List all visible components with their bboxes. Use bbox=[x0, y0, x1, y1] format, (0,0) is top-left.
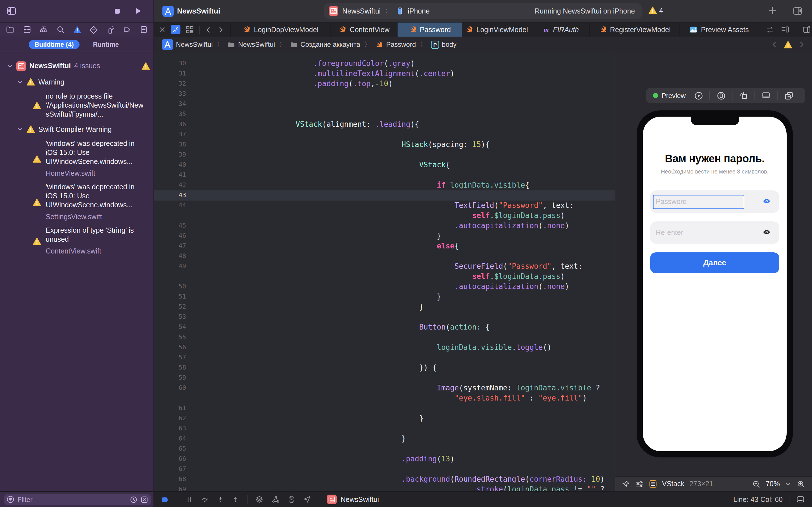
toggle-debug-area-icon[interactable] bbox=[796, 495, 805, 504]
related-items-icon[interactable] bbox=[765, 25, 775, 34]
line-number[interactable]: 67 bbox=[154, 464, 186, 474]
line-number[interactable]: 54 bbox=[154, 322, 186, 332]
issue-row[interactable]: 'windows' was deprecated in iOS 15.0: Us… bbox=[0, 139, 150, 178]
running-app[interactable]: NewsSwiftui bbox=[327, 495, 379, 504]
code-text[interactable]: }) { bbox=[199, 363, 437, 373]
recent-filter-icon[interactable] bbox=[130, 496, 138, 503]
line-number[interactable]: 60 bbox=[154, 383, 186, 393]
line-number[interactable]: 43 bbox=[154, 190, 186, 201]
zoom-level[interactable]: 70% bbox=[766, 480, 780, 488]
code-text[interactable]: HStack(spacing: 15){ bbox=[199, 140, 490, 150]
code-text[interactable]: .autocapitalization(.none) bbox=[199, 282, 569, 292]
step-over-icon[interactable] bbox=[200, 496, 209, 503]
code-text[interactable]: Image(systemName: loginData.visible ? bbox=[199, 383, 600, 393]
toggle-password-visibility-icon[interactable] bbox=[761, 198, 772, 205]
issue-row[interactable]: 'windows' was deprecated in iOS 15.0: Us… bbox=[0, 182, 150, 221]
line-number[interactable]: 56 bbox=[154, 342, 186, 353]
reenter-field[interactable]: Re-enter bbox=[650, 221, 779, 244]
issue-row[interactable]: Expression of type 'String' is unusedCon… bbox=[0, 226, 150, 256]
line-number[interactable]: 40 bbox=[154, 160, 186, 170]
code-text[interactable]: self.$loginData.pass) bbox=[199, 211, 565, 221]
code-text[interactable]: TextField("Password", text: bbox=[199, 201, 574, 211]
toggle-reenter-visibility-icon[interactable] bbox=[761, 229, 772, 236]
issue-row[interactable]: no rule to process file '/Applications/N… bbox=[0, 92, 150, 119]
stop-button[interactable] bbox=[113, 7, 121, 15]
navigator-reports-icon[interactable] bbox=[140, 25, 148, 34]
reenter-input[interactable]: Re-enter bbox=[656, 229, 683, 237]
line-number[interactable]: 37 bbox=[154, 129, 186, 140]
filter-field[interactable]: Filter bbox=[4, 494, 151, 505]
navigator-issues-icon[interactable] bbox=[72, 25, 82, 34]
line-number[interactable]: 51 bbox=[154, 292, 186, 302]
line-number[interactable]: 68 bbox=[154, 474, 186, 485]
code-text[interactable]: loginData.visible.toggle() bbox=[199, 342, 552, 353]
navigator-debug-icon[interactable] bbox=[106, 25, 115, 34]
breadcrumb-item[interactable]: Создание аккаунта bbox=[290, 41, 360, 48]
scope-runtime[interactable]: Runtime bbox=[87, 40, 124, 49]
code-text[interactable]: } bbox=[199, 413, 423, 424]
line-number[interactable]: 30 bbox=[154, 59, 186, 69]
step-out-icon[interactable] bbox=[232, 496, 240, 503]
duplicate-button[interactable] bbox=[777, 91, 800, 100]
line-number[interactable]: 34 bbox=[154, 99, 186, 109]
code-text[interactable]: VStack(alignment: .leading){ bbox=[199, 119, 419, 129]
line-number[interactable]: 58 bbox=[154, 363, 186, 373]
toolbar-warning-badge[interactable]: 4 bbox=[649, 6, 663, 15]
zoom-in-icon[interactable] bbox=[797, 480, 805, 488]
issue-group-row[interactable]: Warning bbox=[0, 76, 150, 87]
scheme-target-label[interactable]: NewsSwiftui bbox=[342, 7, 380, 15]
disclosure-icon[interactable] bbox=[7, 63, 13, 69]
code-text[interactable]: else{ bbox=[199, 241, 459, 251]
code-text[interactable]: .padding(13) bbox=[199, 454, 455, 464]
navigator-symbols-icon[interactable] bbox=[39, 25, 49, 34]
code-text[interactable]: Button(action: { bbox=[199, 322, 490, 332]
location-icon[interactable] bbox=[303, 495, 311, 504]
line-number[interactable]: 53 bbox=[154, 312, 186, 322]
line-number[interactable]: 42 bbox=[154, 180, 186, 190]
line-number[interactable] bbox=[154, 393, 186, 403]
preview-settings-icon[interactable] bbox=[635, 480, 644, 488]
code-text[interactable]: .autocapitalization(.none) bbox=[199, 221, 569, 231]
navigator-source-control-icon[interactable] bbox=[22, 25, 31, 34]
code-text[interactable]: .padding(.top,-10) bbox=[199, 79, 393, 89]
forward-icon[interactable] bbox=[217, 25, 224, 34]
tab-loginviewmodel[interactable]: LoginViewModel bbox=[462, 22, 530, 37]
tab-firauth[interactable]: mFIRAuth bbox=[530, 22, 589, 37]
line-number[interactable]: 69 bbox=[154, 485, 186, 491]
code-text[interactable]: } bbox=[199, 434, 406, 444]
issue-group-row[interactable]: Swift Compiler Warning bbox=[0, 124, 150, 135]
tab-preview-assets[interactable]: Preview Assets bbox=[679, 22, 758, 37]
line-number[interactable]: 62 bbox=[154, 413, 186, 424]
next-issue-icon[interactable] bbox=[798, 41, 805, 48]
code-text[interactable]: if loginData.visible{ bbox=[199, 180, 529, 190]
code-text[interactable]: SecureField("Password", text: bbox=[199, 262, 582, 272]
code-editor[interactable]: 30.foregroundColor(.gray)31.multilineTex… bbox=[154, 52, 615, 491]
line-number[interactable]: 48 bbox=[154, 251, 186, 262]
editor-options-icon[interactable] bbox=[780, 25, 790, 34]
line-number[interactable]: 35 bbox=[154, 109, 186, 119]
line-number[interactable]: 52 bbox=[154, 302, 186, 312]
line-number[interactable] bbox=[154, 211, 186, 221]
password-input[interactable]: Password bbox=[653, 194, 744, 209]
navigator-tests-icon[interactable] bbox=[89, 25, 98, 34]
breadcrumb-item[interactable]: Pbody bbox=[430, 40, 456, 49]
next-button[interactable]: Далее bbox=[650, 252, 779, 273]
run-button[interactable] bbox=[134, 7, 142, 15]
code-text[interactable]: VStack{ bbox=[199, 160, 450, 170]
zoom-out-icon[interactable] bbox=[752, 480, 761, 488]
tab-contentview[interactable]: ContentView bbox=[331, 22, 397, 37]
code-text[interactable]: .multilineTextAlignment(.center) bbox=[199, 69, 455, 79]
line-number[interactable]: 33 bbox=[154, 89, 186, 99]
breadcrumb-item[interactable]: Password bbox=[375, 40, 416, 49]
line-number[interactable]: 55 bbox=[154, 332, 186, 342]
navigator-project-icon[interactable] bbox=[6, 25, 15, 34]
pause-icon[interactable] bbox=[186, 496, 193, 503]
line-number[interactable]: 57 bbox=[154, 353, 186, 363]
step-into-icon[interactable] bbox=[216, 496, 224, 503]
bp-fill-icon[interactable] bbox=[161, 496, 170, 503]
line-number[interactable] bbox=[154, 272, 186, 282]
breadcrumb-item[interactable]: NewsSwiftui bbox=[227, 41, 275, 48]
display-button[interactable] bbox=[755, 91, 777, 100]
stack-icon[interactable] bbox=[255, 495, 264, 504]
tab-password[interactable]: Password bbox=[397, 22, 462, 37]
